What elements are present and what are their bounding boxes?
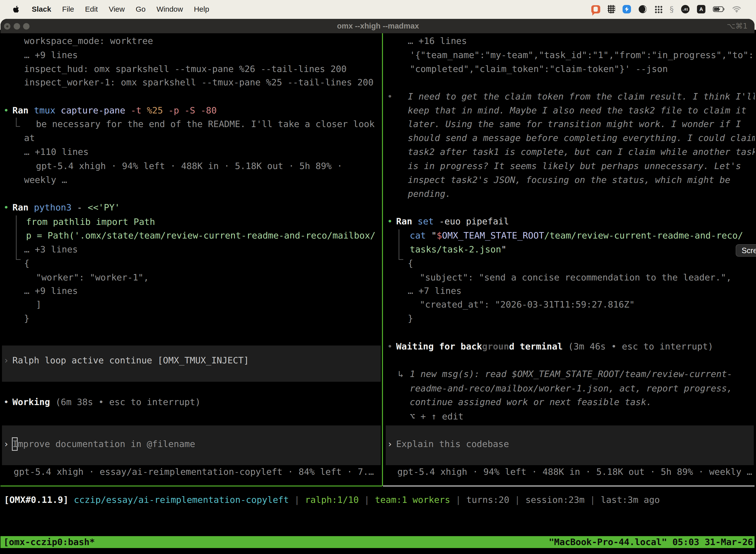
text-segment: Working xyxy=(12,397,55,407)
terminal-line: ⌥ + ↑ edit xyxy=(384,409,755,424)
count-badge-label: ..61 xyxy=(683,7,688,11)
key-squiggle-icon[interactable]: § xyxy=(670,4,674,14)
text-segment: … +9 lines xyxy=(24,50,78,60)
terminal-line: … +9 lines xyxy=(0,48,382,62)
terminal-line: inspect_hud: omx sparkshell --tmux-pane … xyxy=(0,62,382,76)
line-marker: • xyxy=(387,214,393,228)
omx-status-line: [OMX#0.11.9] cczip/essay/ai-reimplementa… xyxy=(4,493,756,507)
line-marker: › xyxy=(387,437,393,451)
messenger-bolt-icon[interactable] xyxy=(623,5,631,13)
terminal-line: Improve documentation in @filename› xyxy=(0,437,382,451)
text-segment: "worker": "worker-1", xyxy=(36,272,149,282)
menu-item-edit[interactable]: Edit xyxy=(85,5,98,13)
close-button[interactable] xyxy=(4,23,10,30)
text-segment: " xyxy=(501,244,506,255)
terminal-line: "completed","claim_token":"claim-token"}… xyxy=(384,62,755,76)
menu-item-window[interactable]: Window xyxy=(156,5,183,13)
terminal-line: weekly … xyxy=(0,173,382,187)
text-segment: task2 after task1 is complete, but can I… xyxy=(408,147,755,157)
text-segment: cat xyxy=(410,230,431,240)
terminal-line: gpt-5.4 xhigh · 94% left · 488K in · 5.1… xyxy=(384,465,755,479)
tmux-session-label: [omx-cczip0:bash* xyxy=(3,536,95,548)
zoom-button[interactable] xyxy=(23,23,29,30)
text-segment: … +7 lines xyxy=(408,286,461,296)
terminal-line: p = Path('.omx/state/team/review-current… xyxy=(0,229,382,242)
menu-item-help[interactable]: Help xyxy=(194,5,209,13)
text-segment: continue assigned work or next feasible … xyxy=(410,397,651,407)
terminal-line: } xyxy=(384,312,755,325)
text-segment: (3m 46s • esc to interrupt) xyxy=(563,341,713,351)
text-segment: set xyxy=(418,216,439,226)
menu-item-go[interactable]: Go xyxy=(136,5,145,13)
menu-item-file[interactable]: File xyxy=(62,5,74,13)
text-segment: Ralph loop active continue [OMX_TMUX_INJ… xyxy=(12,355,249,365)
menu-left: SlackFileEditViewGoWindowHelp xyxy=(0,5,209,13)
terminal-pane-left[interactable]: workspace_mode: worktree… +9 linesinspec… xyxy=(0,0,382,486)
text-segment: workspace_mode: worktree xyxy=(24,36,153,46)
text-segment: "completed","claim_token":"claim-token"}… xyxy=(410,64,668,74)
menu-items: SlackFileEditViewGoWindowHelp xyxy=(32,5,209,13)
line-marker: • xyxy=(387,340,393,353)
apple-icon[interactable] xyxy=(13,5,19,13)
password-manager-icon[interactable] xyxy=(608,5,615,13)
terminal-line: ] xyxy=(0,297,382,312)
terminal-line: inspect task2's JSON, focusing on the st… xyxy=(384,173,755,187)
battery-icon[interactable] xyxy=(713,6,725,12)
terminal-line: 1 new msg(s): read $OMX_TEAM_STATE_ROOT/… xyxy=(384,367,755,381)
text-segment: tmux xyxy=(34,105,61,115)
text-segment: tasks/task-2.json xyxy=(410,244,501,255)
pane-divider[interactable] xyxy=(382,33,383,486)
terminal-line: keep that in mind. Maybe I also need the… xyxy=(384,104,755,117)
text-segment: is in progress? It seems likely but perh… xyxy=(408,161,741,171)
terminal-line: "created_at": "2026-03-31T11:59:27.816Z" xyxy=(384,297,755,312)
text-segment: " xyxy=(431,230,437,240)
text-segment: inspect task2's JSON, focusing on the st… xyxy=(408,175,730,185)
terminal-line: … +110 lines xyxy=(0,145,382,159)
terminal-line: Ran set -euo pipefail• xyxy=(384,214,755,228)
terminal-line: "worker": "worker-1", xyxy=(0,271,382,284)
terminal-pane-right[interactable]: … +16 lines'{"team_name":"my-team","task… xyxy=(384,0,755,486)
text-segment: groun xyxy=(482,341,509,351)
terminal-line: … +9 lines xyxy=(0,284,382,298)
pane-border-left xyxy=(0,486,382,487)
text-segment: /team/review-current-readme-and-reco/ xyxy=(544,230,743,240)
text-segment: %25 xyxy=(147,105,169,115)
text-segment: capture-pane xyxy=(61,105,131,115)
menu-item-view[interactable]: View xyxy=(109,5,125,13)
text-segment: at xyxy=(24,133,35,143)
tmux-host-clock-label: "MacBook-Pro-44.local" 05:03 31-Mar-26 xyxy=(549,536,753,548)
status-segment: last:3m ago xyxy=(601,495,660,505)
line-marker: • xyxy=(3,201,9,214)
minimize-button[interactable] xyxy=(14,23,20,30)
tmux-status-bar: [omx-cczip0:bash* "MacBook-Pro-44.local"… xyxy=(0,536,755,548)
text-segment: <<'PY' xyxy=(87,202,120,213)
terminal-line: inspect_worker-1: omx sparkshell --tmux-… xyxy=(0,75,382,89)
terminal-line: at xyxy=(0,131,382,145)
terminal-line: is in progress? It seems likely but perh… xyxy=(384,159,755,173)
text-segment: { xyxy=(408,258,413,268)
moon-circle-icon[interactable] xyxy=(638,5,647,13)
terminal-line: … +16 lines xyxy=(384,34,755,48)
text-segment: inspect_hud: omx sparkshell --tmux-pane … xyxy=(24,64,346,74)
terminal-line: from pathlib import Path xyxy=(0,215,382,229)
text-segment: Ran xyxy=(12,105,34,115)
text-segment: I need to get the claim token from the c… xyxy=(408,91,755,102)
text-segment: should send a message before completing … xyxy=(408,133,755,143)
wifi-icon[interactable] xyxy=(732,6,741,13)
status-segment: | xyxy=(450,495,466,505)
count-badge-icon[interactable]: ..61 xyxy=(681,5,690,13)
text-segment: Ran xyxy=(12,202,34,213)
menu-item-slack[interactable]: Slack xyxy=(32,5,51,13)
chat-app-icon[interactable] xyxy=(591,5,600,13)
text-segment: gpt-5.4 xhigh · essay/ai-reimplementatio… xyxy=(14,466,374,477)
dots-grid-icon[interactable] xyxy=(654,5,662,13)
terminal-line: … +7 lines xyxy=(384,284,755,298)
text-segment: "subject": "send a concise recommendatio… xyxy=(420,272,732,282)
terminal-line: Explain this codebase› xyxy=(384,437,755,451)
status-segment: cczip/essay/ai-reimplementation-copyleft xyxy=(74,495,289,505)
text-segment: 1 new msg(s): read $OMX_TEAM_STATE_ROOT/… xyxy=(410,369,732,379)
text-segment: weekly … xyxy=(24,175,67,185)
terminal-line: "subject": "send a concise recommendatio… xyxy=(384,271,755,284)
keyboard-layout-icon[interactable]: A xyxy=(697,5,705,13)
text-segment: readme-and-reco/mailbox/worker-1.json, a… xyxy=(410,383,732,393)
